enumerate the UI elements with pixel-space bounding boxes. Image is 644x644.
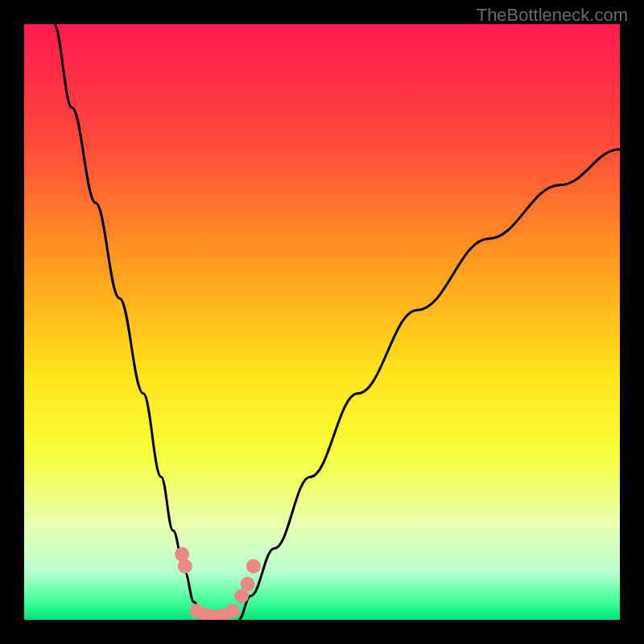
marker-dot [241, 577, 255, 592]
right-curve-line [238, 149, 620, 620]
marker-dot [225, 604, 240, 618]
left-curve-line [54, 24, 203, 620]
marker-dot [178, 559, 192, 573]
marker-dot [246, 559, 261, 573]
watermark-text: TheBottleneck.com [477, 5, 628, 26]
chart-area [24, 24, 620, 620]
curve-overlay [24, 24, 620, 620]
